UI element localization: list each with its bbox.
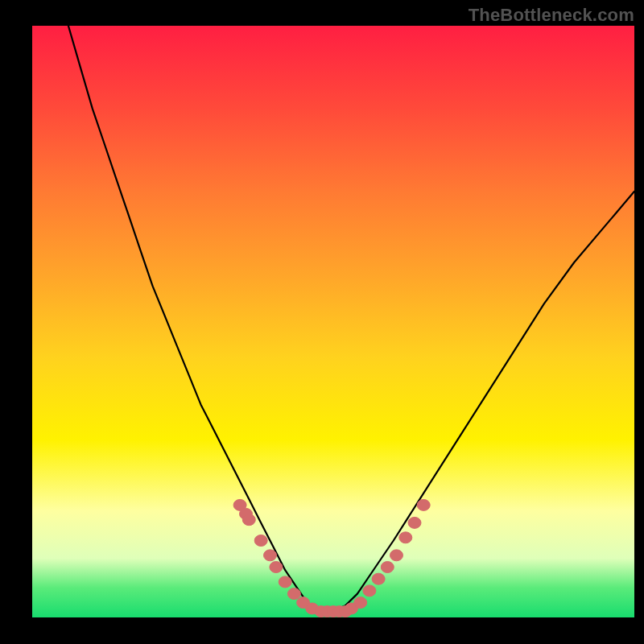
- watermark-label: TheBottleneck.com: [469, 5, 634, 26]
- bottleneck-curve: [68, 26, 634, 612]
- curve-layer: [32, 26, 634, 617]
- curve-marker: [287, 588, 300, 600]
- curve-marker: [363, 585, 376, 597]
- curve-markers: [233, 499, 430, 617]
- curve-marker: [242, 514, 255, 526]
- curve-marker: [399, 532, 412, 543]
- curve-marker: [354, 597, 367, 609]
- curve-marker: [408, 517, 421, 528]
- curve-marker: [372, 573, 385, 584]
- curve-marker: [270, 562, 283, 573]
- curve-marker: [264, 550, 277, 561]
- curve-marker: [254, 535, 267, 547]
- plot-area: [32, 26, 634, 617]
- curve-marker: [381, 562, 394, 573]
- curve-marker: [417, 499, 430, 510]
- curve-marker: [279, 576, 291, 588]
- curve-marker: [390, 550, 403, 561]
- chart-frame: TheBottleneck.com: [0, 0, 644, 644]
